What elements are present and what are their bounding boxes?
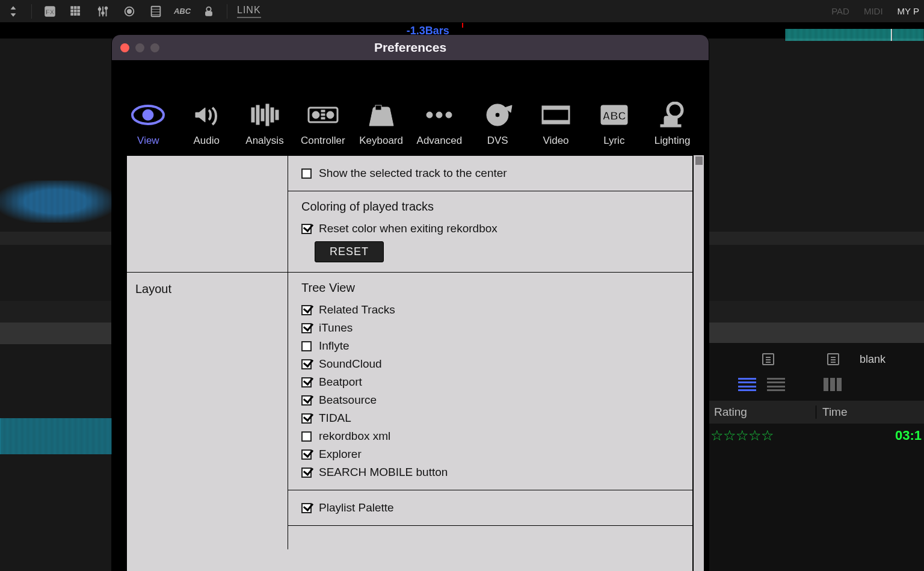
pref-tab-label: Analysis	[245, 135, 283, 147]
overview-waveform-right	[786, 29, 924, 41]
tree-item-checkbox[interactable]	[301, 305, 312, 315]
minimize-window-icon[interactable]	[135, 43, 144, 52]
browser-header: Rating Time	[708, 401, 924, 424]
window-titlebar[interactable]: Preferences	[112, 35, 709, 60]
pref-tab-audio[interactable]: Audio	[179, 101, 234, 147]
analysis-icon	[247, 101, 282, 129]
reset-button[interactable]: RESET	[315, 241, 384, 262]
svg-rect-10	[78, 13, 80, 15]
svg-rect-9	[74, 13, 76, 15]
tree-item-checkbox[interactable]	[301, 377, 312, 387]
tree-item-checkbox[interactable]	[301, 359, 312, 369]
tree-item-checkbox[interactable]	[301, 341, 312, 351]
view-list-icon[interactable]	[738, 378, 756, 391]
tree-item-beatsource[interactable]: Beatsource	[301, 391, 692, 409]
check-playlist-palette[interactable]: Playlist Palette	[301, 499, 692, 517]
my-page-label[interactable]: MY P	[898, 6, 919, 16]
svg-point-13	[105, 7, 108, 9]
rating-stars[interactable]: ☆☆☆☆☆	[708, 427, 895, 444]
list-mode-icon[interactable]	[762, 353, 774, 365]
tree-item-tidal[interactable]: TIDAL	[301, 409, 692, 427]
pref-tab-label: Keyboard	[359, 135, 403, 147]
pref-tab-label: Controller	[301, 135, 345, 147]
svg-rect-2	[71, 6, 73, 8]
tree-item-inflyte[interactable]: Inflyte	[301, 337, 692, 355]
tree-item-checkbox[interactable]	[301, 413, 312, 424]
check-show-center-input[interactable]	[301, 168, 312, 179]
preferences-body: Show the selected track to the center Co…	[126, 155, 704, 571]
zoom-window-icon[interactable]	[150, 43, 159, 52]
tree-item-soundcloud[interactable]: SoundCloud	[301, 355, 692, 373]
tree-item-rekordbox-xml[interactable]: rekordbox xml	[301, 427, 692, 445]
pref-tab-lighting[interactable]: Lighting	[645, 101, 700, 147]
tree-item-explorer[interactable]: Explorer	[301, 445, 692, 463]
svg-rect-4	[78, 6, 80, 8]
coloring-heading: Coloring of played tracks	[301, 200, 692, 214]
pref-tab-label: Advanced	[417, 135, 463, 147]
pref-tab-view[interactable]: View	[120, 101, 176, 147]
pref-tab-controller[interactable]: Controller	[295, 101, 351, 147]
current-file-label: blank	[860, 353, 886, 366]
document-icon[interactable]	[827, 353, 839, 365]
abc-text-icon[interactable]: ABC	[174, 3, 191, 20]
lighting-small-icon[interactable]	[200, 3, 217, 20]
check-playlist-palette-input[interactable]	[301, 503, 312, 513]
svg-rect-3	[74, 6, 76, 8]
tree-item-checkbox[interactable]	[301, 395, 312, 406]
mixer-sliders-icon[interactable]	[94, 3, 111, 20]
close-window-icon[interactable]	[120, 43, 129, 52]
check-reset-color[interactable]: Reset color when exiting rekordbox	[301, 220, 692, 238]
tree-item-beatport[interactable]: Beatport	[301, 373, 692, 391]
pads-grid-icon[interactable]	[68, 3, 85, 20]
pref-tab-lyric[interactable]: Lyric	[587, 101, 642, 147]
tree-item-label: Related Tracks	[319, 303, 395, 316]
section-label-empty	[127, 156, 288, 272]
scrollbar-thumb[interactable]	[695, 156, 703, 165]
pref-tab-dvs[interactable]: DVS	[470, 101, 525, 147]
track-time: 03:1	[895, 428, 924, 443]
tree-item-label: iTunes	[319, 321, 353, 335]
tree-item-search-mobile-button[interactable]: SEARCH MOBILE button	[301, 463, 692, 481]
check-show-center[interactable]: Show the selected track to the center	[301, 164, 692, 182]
svg-rect-6	[74, 10, 76, 12]
browser-row[interactable]: ☆☆☆☆☆ 03:1	[708, 424, 924, 448]
pref-tab-video[interactable]: Video	[528, 101, 584, 147]
preferences-tabs: ViewAudioAnalysisControllerKeyboardAdvan…	[112, 60, 709, 155]
midi-mode-label[interactable]: MIDI	[864, 6, 883, 16]
scrollbar-track[interactable]	[693, 155, 704, 571]
section-label-layout: Layout	[127, 273, 288, 549]
lighting-icon	[655, 101, 690, 129]
col-rating[interactable]: Rating	[708, 406, 816, 419]
keyboard-icon	[364, 101, 399, 129]
video-icon	[538, 101, 573, 129]
zoom-vertical-icon[interactable]	[5, 3, 22, 20]
dvs-icon	[480, 101, 515, 129]
pref-tab-analysis[interactable]: Analysis	[237, 101, 292, 147]
link-button[interactable]: LINK	[237, 5, 261, 18]
tree-item-checkbox[interactable]	[301, 449, 312, 460]
tree-item-label: rekordbox xml	[319, 430, 390, 443]
tree-item-label: SEARCH MOBILE button	[319, 466, 448, 479]
pref-tab-advanced[interactable]: Advanced	[411, 101, 467, 147]
pad-mode-label[interactable]: PAD	[831, 6, 849, 16]
tree-item-label: Beatsource	[319, 394, 377, 407]
tree-item-checkbox[interactable]	[301, 323, 312, 333]
tree-item-itunes[interactable]: iTunes	[301, 319, 692, 337]
check-reset-color-input[interactable]	[301, 224, 312, 234]
main-toolbar: FX ABC LINK PAD MIDI MY P	[0, 0, 924, 23]
tree-item-checkbox[interactable]	[301, 468, 312, 478]
browser-panel: blank Rating Time ☆☆☆☆☆ 03:1	[707, 343, 924, 571]
view-detail-icon[interactable]	[767, 378, 785, 391]
view-grid-icon[interactable]	[824, 378, 842, 391]
record-icon[interactable]	[121, 3, 138, 20]
pref-tab-keyboard[interactable]: Keyboard	[354, 101, 409, 147]
tree-item-label: Inflyte	[319, 339, 350, 353]
tree-item-label: TIDAL	[319, 412, 351, 425]
film-strip-icon[interactable]	[147, 3, 164, 20]
fx-icon[interactable]: FX	[42, 3, 58, 20]
col-time[interactable]: Time	[816, 406, 924, 419]
tree-item-related-tracks[interactable]: Related Tracks	[301, 301, 692, 319]
deck-a-waveform	[0, 181, 112, 223]
tree-item-checkbox[interactable]	[301, 431, 312, 442]
svg-rect-5	[71, 10, 73, 12]
